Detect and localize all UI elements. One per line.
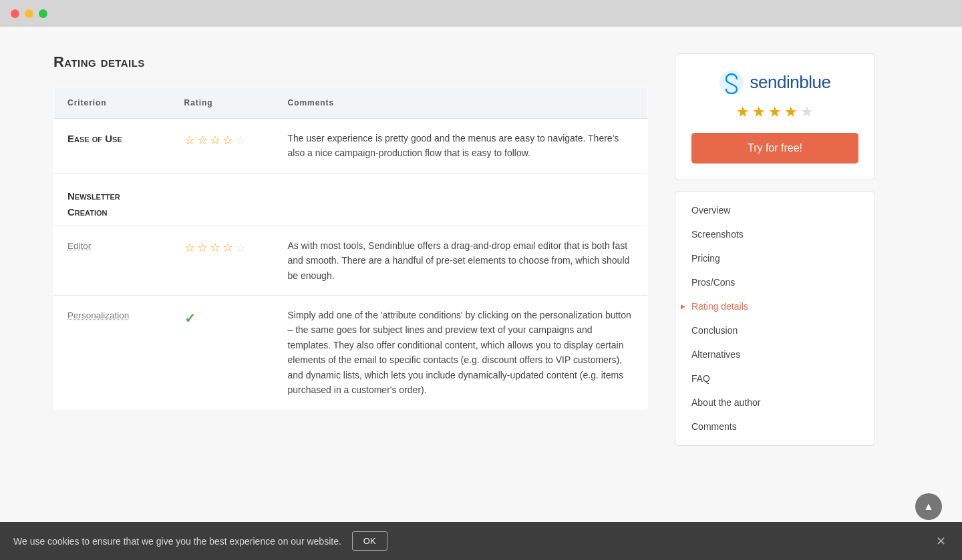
- nav-label-about-author: About the author: [691, 397, 761, 408]
- check-mark: ✓: [184, 311, 196, 326]
- nav-item-pricing[interactable]: Pricing: [675, 246, 874, 270]
- traffic-light-green[interactable]: [39, 9, 47, 18]
- table-row-section: NewsletterCreation: [54, 173, 648, 226]
- product-star-rating: ★ ★ ★ ★ ★: [691, 103, 858, 121]
- left-content: Rating details Criterion Rating Comments…: [53, 53, 648, 560]
- section-rating-cell: [171, 173, 275, 226]
- cookie-ok-button[interactable]: OK: [352, 531, 387, 551]
- table-header-criterion: Criterion: [54, 87, 171, 119]
- product-star-2: ★: [752, 103, 766, 121]
- browser-chrome: [0, 0, 962, 27]
- nav-item-rating-details[interactable]: Rating details: [675, 294, 874, 318]
- star-5: ☆: [235, 131, 246, 150]
- editor-rating-cell: ☆ ☆ ☆ ☆ ☆: [171, 226, 275, 295]
- star-5: ☆: [235, 238, 246, 258]
- traffic-light-red[interactable]: [11, 9, 19, 18]
- nav-item-comments[interactable]: Comments: [675, 414, 874, 439]
- nav-item-proscons[interactable]: Pros/Cons: [675, 270, 874, 294]
- star-4: ☆: [222, 238, 233, 258]
- scroll-to-top-button[interactable]: ▲: [915, 493, 942, 520]
- rating-table: Criterion Rating Comments Ease of Use ☆: [53, 87, 648, 410]
- nav-label-rating-details: Rating details: [691, 301, 748, 312]
- table-row: Ease of Use ☆ ☆ ☆ ☆ ☆ The user experien: [54, 119, 648, 174]
- criterion-cell: Ease of Use: [54, 119, 171, 174]
- nav-label-comments: Comments: [691, 421, 737, 432]
- star-1: ☆: [184, 131, 195, 150]
- nav-label-pricing: Pricing: [691, 253, 720, 264]
- editor-criterion-cell: Editor: [54, 226, 171, 295]
- nav-item-faq[interactable]: FAQ: [675, 366, 874, 390]
- nav-label-proscons: Pros/Cons: [691, 277, 735, 288]
- star-2: ☆: [197, 131, 208, 150]
- nav-label-overview: Overview: [691, 205, 730, 216]
- product-star-4: ★: [784, 103, 798, 121]
- table-row-editor: Editor ☆ ☆ ☆ ☆ ☆ As with most tools, Se: [54, 226, 648, 295]
- rating-cell: ☆ ☆ ☆ ☆ ☆: [171, 119, 275, 174]
- star-4: ☆: [222, 131, 233, 150]
- nav-label-faq: FAQ: [691, 373, 710, 384]
- table-header-comments: Comments: [275, 87, 648, 119]
- nav-label-conclusion: Conclusion: [691, 325, 738, 336]
- product-star-1: ★: [736, 103, 750, 121]
- sub-criterion-label-personalization: Personalization: [67, 310, 129, 320]
- sub-criterion-label-editor: Editor: [67, 241, 91, 251]
- comment-cell: The user experience is pretty good and t…: [275, 119, 648, 174]
- nav-item-about-author[interactable]: About the author: [675, 390, 874, 414]
- product-logo: sendinblue: [691, 70, 858, 94]
- section-comment-cell: [275, 173, 648, 226]
- cookie-banner: We use cookies to ensure that we give yo…: [0, 522, 962, 560]
- cookie-close-button[interactable]: ✕: [933, 534, 949, 549]
- main-wrapper: Rating details Criterion Rating Comments…: [53, 53, 909, 560]
- nav-item-overview[interactable]: Overview: [675, 198, 874, 222]
- chevron-up-icon: ▲: [923, 501, 934, 513]
- product-name: sendinblue: [750, 72, 831, 93]
- nav-card: Overview Screenshots Pricing Pros/Cons R…: [675, 191, 875, 446]
- nav-label-alternatives: Alternatives: [691, 349, 740, 360]
- table-header-rating: Rating: [171, 87, 275, 119]
- page-content: Rating details Criterion Rating Comments…: [0, 27, 962, 560]
- page-title: Rating details: [53, 53, 648, 71]
- try-free-button[interactable]: Try for free!: [691, 133, 858, 164]
- traffic-light-yellow[interactable]: [25, 9, 33, 18]
- star-rating: ☆ ☆ ☆ ☆ ☆: [184, 131, 261, 150]
- table-row-personalization: Personalization ✓ Simply add one of the …: [54, 295, 648, 409]
- nav-item-alternatives[interactable]: Alternatives: [675, 342, 874, 366]
- editor-star-rating: ☆ ☆ ☆ ☆ ☆: [184, 238, 261, 258]
- nav-item-conclusion[interactable]: Conclusion: [675, 318, 874, 342]
- nav-item-screenshots[interactable]: Screenshots: [675, 222, 874, 246]
- product-star-3: ★: [768, 103, 782, 121]
- personalization-rating-cell: ✓: [171, 295, 275, 409]
- editor-comment-cell: As with most tools, Sendinblue offers a …: [275, 226, 648, 295]
- personalization-comment-cell: Simply add one of the 'attribute conditi…: [275, 295, 648, 409]
- product-star-5: ★: [800, 103, 814, 121]
- star-3: ☆: [210, 238, 220, 258]
- criterion-label: Ease of Use: [67, 133, 122, 144]
- product-card: sendinblue ★ ★ ★ ★ ★ Try for free!: [675, 53, 875, 180]
- right-sidebar: sendinblue ★ ★ ★ ★ ★ Try for free! Overv…: [675, 53, 875, 560]
- personalization-criterion-cell: Personalization: [54, 295, 171, 409]
- star-3: ☆: [210, 131, 220, 150]
- star-1: ☆: [184, 238, 195, 258]
- sendinblue-logo-icon: [719, 70, 744, 94]
- section-label: NewsletterCreation: [67, 190, 120, 218]
- cookie-message: We use cookies to ensure that we give yo…: [13, 536, 341, 547]
- star-2: ☆: [197, 238, 208, 258]
- nav-label-screenshots: Screenshots: [691, 229, 744, 240]
- section-criterion-cell: NewsletterCreation: [54, 173, 171, 226]
